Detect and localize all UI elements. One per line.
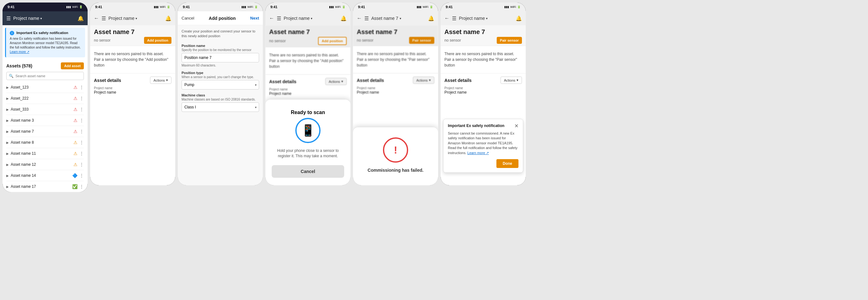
bell-icon-4[interactable]: 🔔 [340, 16, 347, 22]
menu-icon-5[interactable]: ☰ [364, 16, 369, 22]
top-nav-4: ← ☰ Project name ▾ 🔔 [266, 11, 350, 25]
position-name-input-3[interactable] [182, 53, 259, 62]
status-icon-red-4: ⚠ [73, 118, 78, 123]
info-icon-1: i [10, 31, 14, 35]
popup-link-6[interactable]: Learn more ↗ [467, 151, 489, 155]
nav-left-2: ← ☰ Project name ▾ [94, 16, 137, 22]
no-sensor-row-4: no sensor Add position [269, 37, 347, 45]
asset-name-5: Asset name 7 [11, 129, 71, 133]
alert-link-1[interactable]: Learn more ↗ [10, 50, 29, 54]
done-button-6[interactable]: Done [496, 159, 519, 168]
add-position-button-2[interactable]: Add position [144, 37, 172, 44]
chevron-down-icon-1: ▾ [40, 17, 42, 20]
actions-button-2[interactable]: Actions ▾ [150, 77, 172, 84]
search-icon-1: 🔍 [9, 74, 13, 78]
more-icon-7[interactable]: ⋮ [80, 151, 84, 156]
status-icon-blue-9: 🔷 [72, 173, 78, 178]
scan-phone-icon-4: 📱 [301, 124, 315, 137]
status-time-3: 9:41 [183, 5, 190, 9]
next-button-3[interactable]: Next [250, 16, 259, 21]
menu-icon-2[interactable]: ☰ [101, 16, 106, 22]
field-value-4: Project name [269, 91, 347, 96]
actions-button-4[interactable]: Actions ▾ [325, 78, 347, 85]
status-time-6: 9:41 [446, 5, 453, 9]
scan-desc-4: Hold your phone close to a sensor to reg… [272, 148, 344, 159]
bell-icon-6[interactable]: 🔔 [516, 16, 522, 22]
asset-item-4[interactable]: ▶ Asset name 3 ⚠ ⋮ [6, 115, 84, 126]
asset-item-5[interactable]: ▶ Asset name 7 ⚠ ⋮ [6, 126, 84, 137]
menu-icon-1[interactable]: ☰ [6, 16, 11, 22]
status-icons-4: ▮▮▮ WiFi 🔋 [329, 5, 345, 8]
section-title-2: Asset details [94, 78, 121, 83]
machine-class-select-3[interactable]: Class I [182, 102, 259, 112]
more-icon-10[interactable]: ⋮ [80, 184, 84, 189]
actions-button-6[interactable]: Actions ▾ [500, 77, 522, 84]
back-icon-5[interactable]: ← [357, 16, 362, 21]
menu-icon-6[interactable]: ☰ [452, 16, 456, 22]
asset-item-6[interactable]: ▶ Asset name 8 ⚠ ⋮ [6, 137, 84, 148]
signal-icon-2: ▮▮▮ [154, 5, 158, 8]
back-icon-4[interactable]: ← [269, 16, 274, 21]
asset-item-8[interactable]: ▶ Asset name 12 ⚠ ⋮ [6, 159, 84, 170]
pair-sensor-button-5[interactable]: Pair sensor [409, 37, 434, 44]
section-header-row-2: Asset details Actions ▾ [94, 77, 172, 84]
menu-icon-4[interactable]: ☰ [277, 16, 281, 22]
more-icon-4[interactable]: ⋮ [80, 118, 84, 123]
battery-icon-1: 🔋 [79, 5, 83, 8]
asset-details-section-6: Asset details Actions ▾ Project name Pro… [441, 73, 526, 100]
more-icon-5[interactable]: ⋮ [80, 129, 84, 134]
popup-footer-6: Done [448, 159, 519, 168]
machine-class-sublabel-3: Machine classes are based on ISO 20816 s… [182, 98, 259, 101]
status-bar-1: 9:41 ▮▮▮ WiFi 🔋 [2, 2, 88, 11]
chevron-down-icon-2: ▾ [135, 17, 137, 20]
more-icon-1[interactable]: ⋮ [80, 85, 84, 90]
bell-icon-1[interactable]: 🔔 [78, 16, 84, 22]
field-value-6: Project name [444, 90, 522, 94]
asset-item-9[interactable]: ▶ Asset name 14 🔷 ⋮ [6, 170, 84, 181]
asset-item-7[interactable]: ▶ Asset name 11 ⚠ ⋮ [6, 148, 84, 159]
popup-body-6: Sensor cannot be commissioned. A new Ex … [448, 131, 519, 155]
more-icon-6[interactable]: ⋮ [80, 140, 84, 145]
alert-body-1: A new Ex safety notification has been is… [10, 36, 81, 54]
back-icon-6[interactable]: ← [444, 16, 450, 21]
status-bar-2: 9:41 ▮▮▮ WiFi 🔋 [90, 2, 175, 11]
more-icon-2[interactable]: ⋮ [80, 96, 84, 101]
status-time-5: 9:41 [358, 5, 365, 9]
expand-icon-10: ▶ [6, 185, 9, 188]
scan-cancel-button-4[interactable]: Cancel [272, 165, 344, 178]
nav-title-text-4: Project name [284, 16, 310, 21]
asset-item-10[interactable]: ▶ Asset name 17 ✅ ⋮ [6, 181, 84, 192]
scan-modal-4: Ready to scan 📱 Hold your phone close to… [266, 99, 350, 185]
screen4-background: Asset name 7 no sensor Add position Ther… [266, 25, 350, 101]
search-input-1[interactable] [6, 72, 84, 80]
expand-icon-4: ▶ [6, 119, 9, 122]
bell-icon-2[interactable]: 🔔 [165, 16, 172, 22]
assets-title-1: Assets (578) [6, 63, 32, 68]
more-icon-8[interactable]: ⋮ [80, 162, 84, 167]
expand-icon-7: ▶ [6, 152, 9, 155]
status-icons-3: ▮▮▮ WiFi 🔋 [241, 5, 258, 8]
asset-name-3: Asset_333 [11, 107, 71, 112]
asset-item-3[interactable]: ▶ Asset_333 ⚠ ⋮ [6, 104, 84, 115]
bell-icon-5[interactable]: 🔔 [428, 16, 434, 22]
no-sensor-row-2: no sensor Add position [94, 37, 172, 44]
more-icon-9[interactable]: ⋮ [80, 173, 84, 178]
add-position-button-4[interactable]: Add position [318, 37, 347, 45]
position-type-select-3[interactable]: Pump [182, 80, 259, 90]
asset-item-2[interactable]: ▶ Asset_222 ⚠ ⋮ [6, 93, 84, 104]
position-type-sublabel-3: When a sensor is paired, you can't chang… [182, 75, 259, 79]
wifi-icon-5: WiFi [423, 5, 428, 8]
nav-title-text-6: Project name [459, 16, 485, 21]
signal-icon-6: ▮▮▮ [504, 5, 509, 8]
cancel-button-3[interactable]: Cancel [182, 16, 194, 21]
popup-close-button-6[interactable]: ✕ [515, 123, 519, 128]
sensor-empty-msg-6: There are no sensors paired to this asse… [441, 46, 526, 73]
add-asset-button-1[interactable]: Add asset [61, 62, 84, 69]
more-icon-3[interactable]: ⋮ [80, 107, 84, 112]
pair-sensor-button-6[interactable]: Pair sensor [497, 37, 522, 44]
actions-button-5[interactable]: Actions ▾ [413, 77, 434, 84]
chevron-down-icon-4: ▾ [311, 17, 312, 20]
back-icon-2[interactable]: ← [94, 16, 99, 21]
actions-chevron-4: ▾ [341, 80, 343, 84]
asset-item-1[interactable]: ▶ Asset_123 ⚠ ⋮ [6, 82, 84, 93]
